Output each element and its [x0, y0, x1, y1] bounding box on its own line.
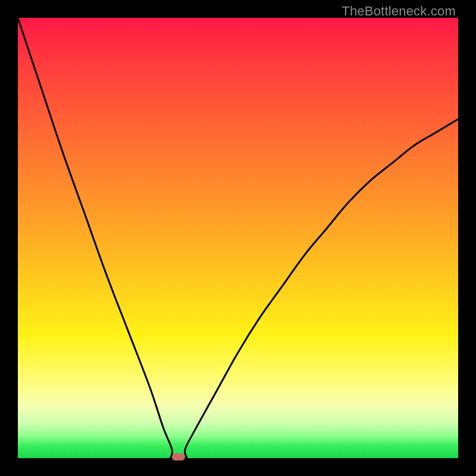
plot-area: [18, 18, 458, 458]
watermark-text: TheBottleneck.com: [342, 4, 456, 19]
min-point-marker: [172, 453, 185, 461]
bottleneck-curve: [18, 18, 458, 458]
chart-frame: TheBottleneck.com: [0, 0, 476, 476]
